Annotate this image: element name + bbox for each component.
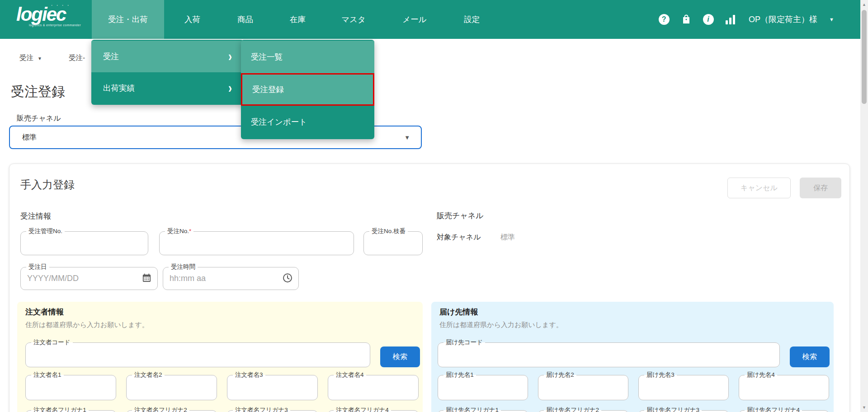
order-no-input[interactable] (160, 235, 354, 255)
orderer-name3-field: 注文者名3 (227, 372, 318, 400)
chevron-right-icon: › (228, 81, 232, 95)
nav-tab-stock[interactable]: 在庫 (278, 0, 317, 39)
user-caret-down-icon[interactable]: ▼ (829, 17, 834, 22)
orderer-name3-label: 注文者名3 (235, 371, 263, 378)
destination-name3-input[interactable] (639, 379, 728, 400)
help-icon[interactable]: ? (658, 14, 670, 25)
submenu-item-order-register-label: 受注登録 (252, 84, 284, 95)
clock-icon[interactable] (282, 272, 293, 285)
bag-icon[interactable] (680, 14, 692, 25)
breadcrumb-order-label: 受注 (19, 54, 33, 61)
nav-tab-order-shipping[interactable]: 受注・出荷 (92, 0, 164, 39)
nav-tab-master[interactable]: マスタ (331, 0, 376, 39)
nav-tab-arrival[interactable]: 入荷 (173, 0, 212, 39)
nav-tab-settings[interactable]: 設定 (453, 0, 491, 39)
orderer-name4-input[interactable] (328, 379, 418, 400)
sales-channel-label: 販売チャネル (17, 114, 61, 123)
orderer-code-field: 注文者コード (25, 339, 370, 367)
orderer-kana2-label: 注文者名フリガナ2 (134, 407, 187, 412)
orderer-kana3-field: 注文者名フリガナ3 (227, 407, 318, 412)
destination-name1-field: 届け先名1 (438, 372, 528, 400)
destination-kana1-field: 届け先名フリガナ1 (438, 407, 528, 412)
destination-code-label: 届け先コード (446, 339, 483, 346)
order-time-field: 受注時間 (163, 264, 299, 290)
logiec-logo[interactable]: ・・・・ logiec logistics & enterprise comma… (16, 3, 89, 36)
submenu-item-order-import[interactable]: 受注インポート (241, 106, 374, 138)
menu-item-order-label: 受注 (103, 51, 119, 62)
destination-name4-label: 届け先名4 (747, 371, 775, 378)
destination-name2-label: 届け先名2 (546, 371, 574, 378)
destination-name4-input[interactable] (739, 379, 829, 400)
nav-tab-mail[interactable]: メール (392, 0, 437, 39)
orderer-name2-input[interactable] (127, 379, 217, 400)
select-caret-down-icon: ▼ (404, 134, 410, 141)
destination-name1-label: 届け先名1 (446, 371, 474, 378)
orderer-name3-input[interactable] (227, 379, 317, 400)
order-info-heading: 受注情報 (20, 211, 51, 221)
scrollbar-up-arrow-icon[interactable]: ▲ (860, 1, 868, 8)
order-mgmt-no-field: 受注管理No. (20, 228, 148, 255)
orderer-kana4-label: 注文者名フリガナ4 (336, 407, 389, 412)
orderer-kana1-field: 注文者名フリガナ1 (25, 407, 116, 412)
orderer-name2-label: 注文者名2 (134, 371, 162, 378)
orderer-code-input[interactable] (26, 346, 370, 367)
order-no-branch-input[interactable] (364, 235, 422, 255)
card-title: 手入力登録 (20, 178, 75, 192)
destination-kana3-field: 届け先名フリガナ3 (638, 407, 729, 412)
destination-kana4-label: 届け先名フリガナ4 (747, 407, 800, 412)
orderer-panel: 注文者情報 住所は都道府県から入力お願いします。 注文者コード 検索 注文者名1… (17, 302, 423, 412)
destination-search-button[interactable]: 検索 (790, 346, 830, 367)
stats-icon[interactable] (725, 14, 736, 25)
info-icon[interactable]: i (703, 14, 714, 25)
chevron-right-icon: › (228, 49, 232, 63)
logo-tagline: logistics & enterprise commander (16, 23, 89, 27)
destination-panel: 届け先情報 住所は都道府県から入力お願いします。 届け先コード 検索 届け先名1… (431, 302, 834, 412)
orderer-name4-field: 注文者名4 (328, 372, 419, 400)
destination-note: 住所は都道府県から入力お願いします。 (439, 321, 563, 329)
orderer-name2-field: 注文者名2 (126, 372, 217, 400)
save-button[interactable]: 保存 (800, 178, 841, 198)
order-no-branch-label: 受注No.枝番 (372, 228, 406, 234)
destination-name1-input[interactable] (438, 379, 528, 400)
destination-name2-input[interactable] (538, 379, 628, 400)
order-no-field: 受注No.* (159, 228, 354, 255)
header-utilities: ? i OP（限定荷主）様 ▼ (658, 0, 834, 39)
orderer-name1-label: 注文者名1 (33, 371, 61, 378)
menu-item-order[interactable]: 受注 › (91, 41, 244, 72)
destination-kana2-label: 届け先名フリガナ2 (546, 407, 599, 412)
breadcrumb-order[interactable]: 受注▼ (19, 53, 42, 63)
order-no-label: 受注No. (167, 228, 189, 234)
scrollbar-down-arrow-icon[interactable]: ▼ (860, 404, 868, 411)
calendar-icon[interactable] (142, 273, 152, 285)
orderer-kana1-label: 注文者名フリガナ1 (33, 407, 86, 412)
order-date-field: 受注日 (20, 264, 158, 290)
destination-code-input[interactable] (438, 346, 779, 367)
user-menu[interactable]: OP（限定荷主）様 (749, 14, 817, 25)
orderer-note: 住所は都道府県から入力お願いします。 (25, 321, 149, 329)
destination-kana1-label: 届け先名フリガナ1 (446, 407, 499, 412)
target-channel-value: 標準 (500, 233, 515, 242)
destination-kana3-label: 届け先名フリガナ3 (646, 407, 699, 412)
destination-code-field: 届け先コード (438, 339, 780, 367)
page-title: 受注登録 (11, 83, 65, 101)
menu-item-shipping-results[interactable]: 出荷実績 › (91, 72, 244, 104)
order-shipping-menu: 受注 › 出荷実績 › (91, 40, 244, 105)
order-date-input[interactable] (21, 271, 157, 290)
orderer-search-button[interactable]: 検索 (380, 346, 420, 367)
nav-tab-products[interactable]: 商品 (226, 0, 264, 39)
order-mgmt-no-input[interactable] (21, 235, 148, 255)
orderer-kana4-field: 注文者名フリガナ4 (328, 407, 419, 412)
breadcrumb-current[interactable]: 受注- (69, 53, 85, 63)
destination-kana4-field: 届け先名フリガナ4 (739, 407, 829, 412)
submenu-item-order-register[interactable]: 受注登録 (241, 73, 374, 106)
orderer-code-label: 注文者コード (33, 339, 71, 346)
order-time-input[interactable] (163, 271, 298, 290)
scrollbar-thumb[interactable] (862, 10, 867, 104)
vertical-scrollbar[interactable]: ▲ ▼ (860, 0, 868, 412)
menu-item-shipping-results-label: 出荷実績 (103, 83, 135, 94)
bag-icon-svg (681, 14, 692, 25)
cancel-button[interactable]: キャンセル (727, 178, 791, 198)
orderer-name1-input[interactable] (26, 379, 116, 400)
orderer-name1-field: 注文者名1 (25, 372, 116, 400)
submenu-item-order-list[interactable]: 受注一覧 (241, 41, 374, 73)
